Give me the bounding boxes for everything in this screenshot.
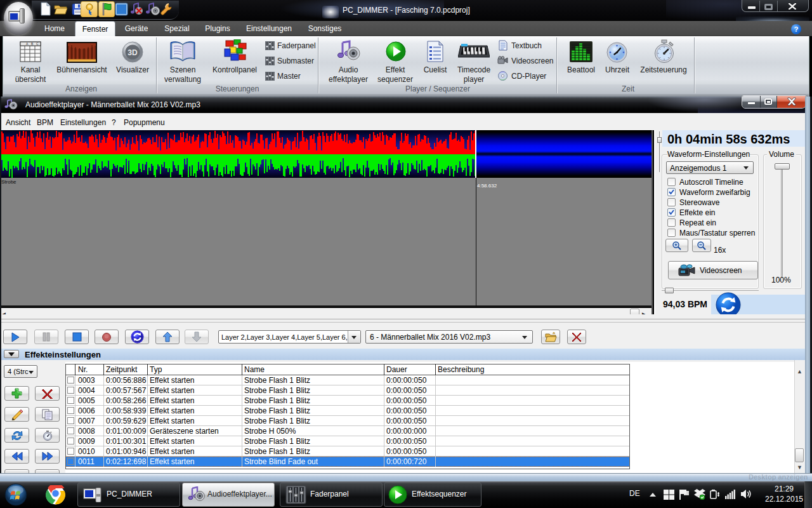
svg-text:C: C — [36, 42, 39, 46]
svg-text:3D: 3D — [128, 48, 138, 57]
